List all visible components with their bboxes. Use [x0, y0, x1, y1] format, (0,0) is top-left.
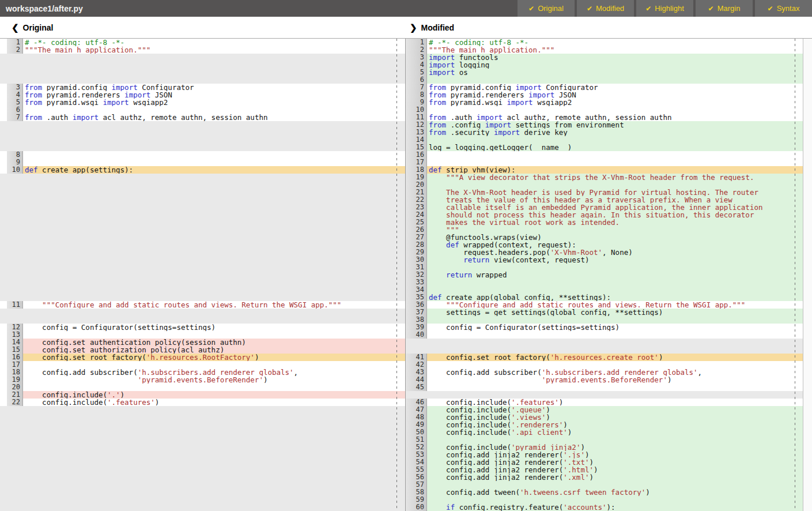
token-p: config.include( — [429, 414, 511, 421]
line-number: 8 — [7, 151, 23, 159]
token-p: pyramid.renderers — [42, 91, 124, 99]
token-s: """The main h application.""" — [25, 46, 150, 54]
code-line: 50 config.include('.api_client') — [406, 429, 803, 436]
filler-row — [0, 264, 405, 271]
filler-row — [0, 414, 405, 421]
code-text: """A view decorator that strips the X-Vh… — [427, 174, 803, 181]
code-text: # -*- coding: utf-8 -*- — [23, 39, 405, 46]
token-p: acl_authz, remote_authn, session_authn — [503, 114, 672, 121]
code-text: request.headers.pop('X-Vhm-Root', None) — [427, 249, 803, 256]
code-text: config.include('pyramid_jinja2') — [427, 444, 803, 451]
token-p: config.include( — [429, 444, 511, 451]
token-p — [25, 376, 138, 384]
filler-row — [0, 489, 405, 496]
code-text: settings = get_settings(global_config, *… — [427, 309, 803, 316]
filler-row — [406, 391, 803, 399]
token-p — [429, 271, 446, 279]
toggle-margin-button[interactable]: ✔ Margin — [696, 0, 753, 17]
filler-row — [0, 121, 405, 129]
toggle-original-label: Original — [538, 4, 564, 13]
toggle-margin-label: Margin — [717, 4, 741, 13]
code-line: 10 — [406, 106, 803, 114]
code-text — [427, 436, 803, 444]
filler-row — [0, 76, 405, 84]
token-k: def — [25, 166, 38, 174]
gutter-strip — [0, 399, 7, 406]
code-line: 9from pyramid.wsgi import wsgiapp2 — [406, 99, 803, 106]
code-line: 6 — [406, 76, 803, 84]
chevron-right-icon: ❯ — [410, 22, 417, 33]
code-line: 5import os — [406, 69, 803, 76]
token-s: '.features' — [107, 399, 155, 406]
gutter-strip — [0, 361, 7, 369]
original-pane[interactable]: 1# -*- coding: utf-8 -*-2"""The main h a… — [0, 39, 405, 511]
token-p: ) — [559, 399, 564, 406]
toggle-modified-label: Modified — [596, 4, 624, 13]
code-line: 46 config.include('.features') — [406, 399, 803, 406]
code-line: 11 """Configure and add static routes an… — [0, 301, 405, 309]
token-p: ) — [155, 399, 160, 406]
code-text: config.include('.views') — [427, 414, 803, 421]
token-s: '.js' — [563, 451, 585, 459]
token-k: import — [429, 69, 455, 76]
code-text: treats the value of this header as a tra… — [427, 196, 803, 204]
code-text: """The main h application.""" — [427, 46, 803, 54]
code-text: def wrapped(context, request): — [427, 241, 803, 249]
code-line: 30 return view(context, request) — [406, 256, 803, 264]
code-line: 27 @functools.wraps(view) — [406, 234, 803, 241]
token-s: '.renderers' — [511, 421, 563, 429]
code-line: 55 config.add_jinja2_renderer('.html') — [406, 466, 803, 474]
code-line: 22 config.include('.features') — [0, 399, 405, 406]
code-text — [23, 361, 405, 369]
gutter-strip — [0, 166, 7, 174]
token-p: ) — [546, 406, 550, 414]
code-text — [427, 159, 803, 166]
filler-row — [0, 181, 405, 189]
token-k: from — [429, 99, 446, 106]
code-line: 44 'pyramid.events.BeforeRender') — [406, 376, 803, 384]
code-line: 20 — [406, 181, 803, 189]
token-p: wrapped(context, request): — [459, 241, 576, 249]
check-icon: ✔ — [528, 5, 534, 13]
token-k: return — [446, 271, 472, 279]
token-p: , — [294, 369, 299, 376]
code-line: 18 config.add_subscriber('h.subscribers.… — [0, 369, 405, 376]
code-text: """Configure and add static routes and v… — [427, 301, 803, 309]
token-p: ) — [585, 451, 590, 459]
filler-row — [0, 504, 405, 511]
code-text — [23, 106, 405, 114]
token-p — [429, 174, 446, 181]
toggle-modified-button[interactable]: ✔ Modified — [577, 0, 634, 17]
code-text: config.add_subscriber('h.subscribers.add… — [23, 369, 405, 376]
code-text: config.add_jinja2_renderer('.xml') — [427, 474, 803, 481]
filler-row — [0, 309, 405, 316]
token-k: import — [507, 99, 532, 106]
gutter-strip — [0, 114, 7, 121]
code-line: 49 config.include('.renderers') — [406, 421, 803, 429]
code-line: 16 — [406, 151, 803, 159]
modified-pane[interactable]: 1# -*- coding: utf-8 -*-2"""The main h a… — [405, 39, 803, 511]
toggle-original-button[interactable]: ✔ Original — [518, 0, 575, 17]
token-k: def — [446, 241, 459, 249]
token-p: config = Configurator(settings=settings) — [429, 324, 620, 331]
token-p: .config — [446, 121, 485, 129]
line-number: 11 — [7, 301, 23, 309]
token-s: 'h.resources.RootFactory' — [146, 354, 255, 361]
code-text: config.add_jinja2_renderer('.js') — [427, 451, 803, 459]
code-line: 37 settings = get_settings(global_config… — [406, 309, 803, 316]
pane-header-original: ❮ Original — [0, 17, 405, 38]
token-k: import — [124, 91, 150, 99]
code-line: 52 config.include('pyramid_jinja2') — [406, 444, 803, 451]
token-k: import — [485, 121, 511, 129]
toggle-syntax-button[interactable]: ✔ Syntax — [755, 0, 812, 17]
token-p: config.add_jinja2_renderer( — [429, 459, 563, 466]
token-p: wsgiapp2 — [533, 99, 572, 106]
code-line: 9 — [0, 159, 405, 166]
code-line: 2"""The main h application.""" — [0, 46, 405, 54]
code-line: 53 config.add_jinja2_renderer('.js') — [406, 451, 803, 459]
toggle-highlight-button[interactable]: ✔ Highlight — [636, 0, 693, 17]
token-p: config.include( — [25, 399, 107, 406]
token-p: .security — [446, 129, 494, 136]
token-p: JSON — [554, 91, 576, 99]
code-line: 7from .auth import acl_authz, remote_aut… — [0, 114, 405, 121]
